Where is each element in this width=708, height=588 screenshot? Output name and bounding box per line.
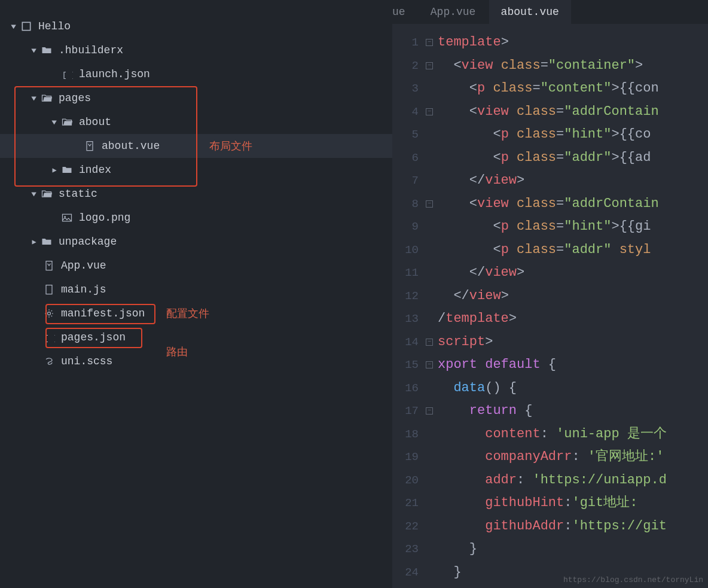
vue-file-icon bbox=[83, 140, 97, 152]
tree-label: logo.png bbox=[79, 212, 130, 224]
tree-item-aboutvue[interactable]: about.vue 布局文件 bbox=[0, 134, 392, 158]
tab-active[interactable]: about.vue bbox=[489, 0, 571, 24]
json-icon: [ ] bbox=[60, 68, 74, 80]
tree-label: manifest.json bbox=[61, 307, 145, 319]
annotation: 布局文件 bbox=[209, 139, 252, 153]
chevron-right-icon bbox=[49, 165, 60, 175]
project-icon bbox=[19, 20, 33, 32]
chevron-down-icon bbox=[49, 117, 60, 127]
json-icon: [ ] bbox=[42, 331, 56, 343]
tree-item-pages[interactable]: pages bbox=[0, 86, 392, 110]
tree-item-pagesjson[interactable]: [ ] pages.json 路由 bbox=[0, 325, 392, 349]
tree-item-index[interactable]: index bbox=[0, 158, 392, 182]
line-gutter: 1−2−34−5678−91011121314−15−1617−18192021… bbox=[392, 24, 425, 588]
watermark: https://blog.csdn.net/tornyLin bbox=[563, 575, 703, 584]
tree-label: static bbox=[59, 188, 97, 200]
chevron-down-icon bbox=[29, 93, 39, 103]
code-area[interactable]: 1−2−34−5678−91011121314−15−1617−18192021… bbox=[392, 24, 708, 588]
tree-item-static[interactable]: static bbox=[0, 182, 392, 206]
svg-text:[ ]: [ ] bbox=[44, 334, 55, 343]
code-lines[interactable]: template> <view class="container"> <p cl… bbox=[425, 24, 708, 588]
folder-icon bbox=[39, 236, 54, 248]
tree-label: uni.scss bbox=[61, 355, 112, 367]
vue-file-icon bbox=[42, 260, 56, 272]
tree-item-mainjs[interactable]: main.js bbox=[0, 278, 392, 301]
svg-text:[ ]: [ ] bbox=[62, 71, 73, 80]
svg-rect-0 bbox=[22, 22, 30, 30]
tree-item-manifest[interactable]: manifest.json 配置文件 bbox=[0, 301, 392, 325]
folder-open-icon bbox=[60, 116, 74, 128]
tree-label: unpackage bbox=[59, 236, 117, 248]
chevron-down-icon bbox=[29, 189, 39, 199]
chevron-down-icon bbox=[8, 22, 19, 31]
tree-item-unpackage[interactable]: unpackage bbox=[0, 230, 392, 254]
tree-item-logo[interactable]: logo.png bbox=[0, 206, 392, 230]
image-icon bbox=[60, 212, 74, 224]
file-explorer: Hello .hbuilderx [ ] launch.json pages a… bbox=[0, 0, 392, 588]
tree-label: Hello bbox=[38, 20, 71, 32]
tab[interactable]: App.vue bbox=[417, 0, 489, 24]
folder-open-icon bbox=[39, 188, 54, 200]
folder-open-icon bbox=[39, 92, 54, 104]
editor-tabs: ue App.vue about.vue bbox=[392, 0, 708, 24]
settings-json-icon bbox=[42, 307, 56, 319]
editor: ue App.vue about.vue 1−2−34−5678−9101112… bbox=[392, 0, 708, 588]
tree-label: main.js bbox=[61, 284, 106, 295]
js-file-icon bbox=[42, 284, 56, 295]
tree-label: about.vue bbox=[102, 140, 160, 152]
tree-item-launch[interactable]: [ ] launch.json bbox=[0, 62, 392, 86]
tree-label: about bbox=[79, 116, 111, 128]
folder-icon bbox=[39, 44, 54, 56]
tree-label: pages.json bbox=[61, 331, 126, 343]
scss-icon bbox=[42, 355, 56, 367]
chevron-down-icon bbox=[29, 45, 39, 55]
tab[interactable]: ue bbox=[392, 0, 417, 24]
tree-label: App.vue bbox=[61, 260, 106, 272]
tree-item-hbuilderx[interactable]: .hbuilderx bbox=[0, 38, 392, 62]
tree-label: index bbox=[79, 164, 111, 176]
tree-item-about[interactable]: about bbox=[0, 110, 392, 134]
chevron-right-icon bbox=[29, 237, 39, 246]
tree-label: pages bbox=[59, 92, 91, 104]
tree-label: .hbuilderx bbox=[59, 44, 123, 56]
tree-label: launch.json bbox=[79, 68, 150, 80]
annotation: 配置文件 bbox=[166, 306, 209, 321]
svg-point-4 bbox=[48, 312, 51, 315]
tree-item-uniscss[interactable]: uni.scss bbox=[0, 349, 392, 373]
folder-icon bbox=[60, 164, 74, 176]
tree-item-hello[interactable]: Hello bbox=[0, 14, 392, 38]
tree-item-appvue[interactable]: App.vue bbox=[0, 254, 392, 278]
